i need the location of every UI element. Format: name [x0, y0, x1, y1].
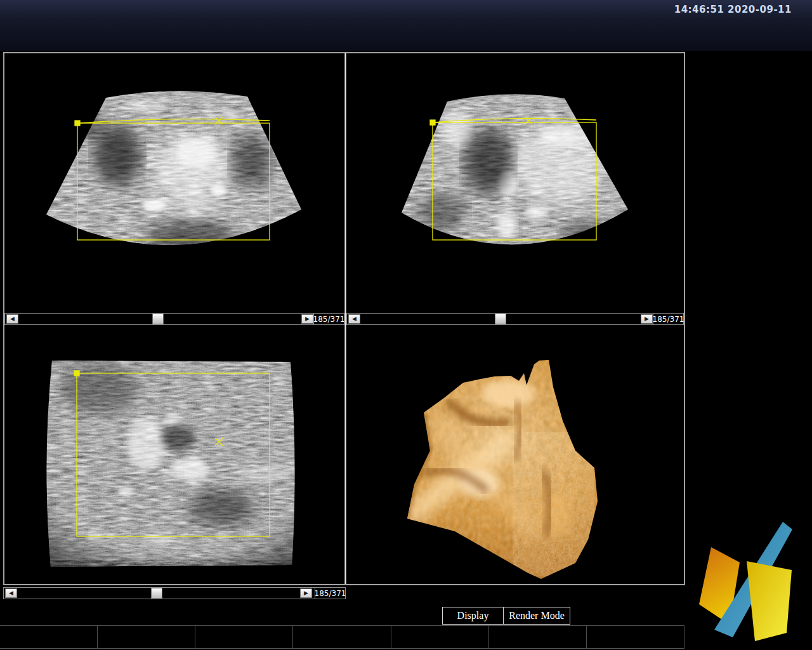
scroll-left-button[interactable]: ◀	[5, 588, 17, 598]
frame-counter: 185/371	[313, 314, 344, 324]
cube-right-face	[747, 561, 792, 641]
menu-cell-3[interactable]	[195, 626, 293, 648]
scroll-right-icon: ▶	[304, 590, 308, 596]
menu-cell-7[interactable]	[587, 626, 684, 648]
frame-scrollbar-a[interactable]: ◀ ▶ 185/371	[4, 313, 344, 325]
viewport-b-plane[interactable]	[346, 53, 684, 313]
softkey-row: Display Render Mode	[442, 607, 570, 625]
menu-cell-5[interactable]	[391, 626, 489, 648]
scroll-thumb[interactable]	[495, 314, 506, 324]
menu-cell-4[interactable]	[293, 626, 391, 648]
scroll-thumb[interactable]	[152, 314, 164, 324]
frame-scrollbar-c[interactable]: ◀ ▶ 185/371	[3, 587, 346, 599]
scroll-left-button[interactable]: ◀	[6, 314, 18, 324]
scroll-left-icon: ◀	[9, 590, 13, 596]
menu-cell-6[interactable]	[489, 626, 587, 648]
scroll-right-icon: ▶	[305, 316, 310, 322]
roi-handle[interactable]	[74, 371, 79, 376]
scroll-right-icon: ▶	[645, 316, 649, 322]
display-button[interactable]: Display	[442, 607, 504, 625]
viewport-3d-render[interactable]	[346, 325, 684, 584]
clock-datetime: 14:46:51 2020-09-11	[674, 4, 792, 15]
orientation-cube-icon	[693, 515, 799, 650]
render-mode-button[interactable]: Render Mode	[504, 607, 570, 625]
scroll-right-button[interactable]: ▶	[641, 314, 653, 324]
scroll-left-icon: ◀	[10, 316, 15, 322]
scroll-left-button[interactable]: ◀	[348, 314, 360, 324]
scroll-right-button[interactable]: ▶	[300, 588, 312, 598]
roi-handle[interactable]	[430, 120, 435, 125]
frame-counter: 185/371	[315, 588, 345, 599]
roi-handle[interactable]	[75, 121, 80, 126]
scroll-thumb[interactable]	[151, 588, 162, 599]
frame-scrollbar-b[interactable]: ◀ ▶ 185/371	[346, 313, 684, 325]
bottom-menu-bar	[0, 625, 684, 649]
scroll-right-button[interactable]: ▶	[301, 314, 313, 324]
viewport-c-plane[interactable]	[4, 325, 344, 584]
viewport-a-plane[interactable]	[4, 53, 344, 313]
render-3d-fetus	[346, 325, 684, 584]
quad-view-container: ◀ ▶ 185/371 ◀ ▶ 185/371	[3, 52, 685, 585]
menu-cell-2[interactable]	[98, 626, 195, 648]
ultrasound-image-a	[4, 53, 344, 313]
frame-counter: 185/371	[653, 314, 683, 324]
ultrasound-image-b	[346, 53, 684, 313]
menu-cell-1[interactable]	[0, 626, 98, 648]
ultrasound-image-c	[4, 325, 344, 584]
header-bar: 14:46:51 2020-09-11	[0, 0, 812, 51]
scroll-left-icon: ◀	[352, 316, 357, 322]
